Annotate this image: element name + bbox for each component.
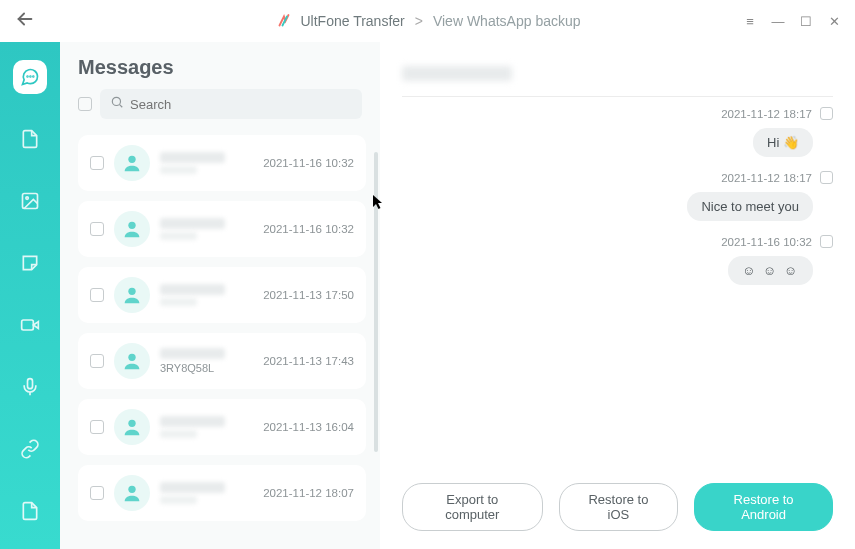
conversation-list-panel: Messages 2021-11-16 10:32 [60,42,380,549]
avatar-icon [114,277,150,313]
conversation-time: 2021-11-13 16:04 [263,421,354,433]
conversation-time: 2021-11-13 17:50 [263,289,354,301]
conversation-time: 2021-11-16 10:32 [263,157,354,169]
app-name: UltFone Transfer [300,13,404,29]
message-meta-row: 2021-11-12 18:17 [402,171,833,184]
close-button[interactable]: ✕ [827,14,841,29]
svg-point-4 [26,197,28,200]
conversation-item[interactable]: 2021-11-13 17:50 [78,267,366,323]
conversation-subtext [160,298,197,306]
conversation-item[interactable]: 2021-11-16 10:32 [78,201,366,257]
list-scrollbar[interactable] [374,152,378,452]
conversation-name [160,218,225,229]
chat-divider [402,96,833,97]
search-box[interactable] [100,89,362,119]
conversation-item[interactable]: 3RY8Q58L 2021-11-13 17:43 [78,333,366,389]
conversation-time: 2021-11-16 10:32 [263,223,354,235]
conversation-meta [160,284,253,306]
svg-point-11 [128,156,135,163]
svg-point-0 [27,76,28,77]
conversation-checkbox[interactable] [90,354,104,368]
avatar-icon [114,343,150,379]
nav-document-icon[interactable] [13,122,47,156]
nav-chat-icon[interactable] [13,60,47,94]
conversation-list: 2021-11-16 10:32 2021-11-16 10:32 2021-1… [78,135,366,521]
conversation-item[interactable]: 2021-11-12 18:07 [78,465,366,521]
conversation-checkbox[interactable] [90,288,104,302]
conversation-checkbox[interactable] [90,222,104,236]
message-bubble-row: Nice to meet you [402,192,833,221]
svg-point-15 [128,420,135,427]
conversation-subtext [160,430,197,438]
svg-point-13 [128,288,135,295]
conversation-time: 2021-11-13 17:43 [263,355,354,367]
svg-point-9 [112,97,120,105]
conversation-name [160,348,225,359]
minimize-button[interactable]: — [771,14,785,29]
message-time: 2021-11-16 10:32 [721,236,812,248]
nav-link-icon[interactable] [13,432,47,466]
message-time: 2021-11-12 18:17 [721,172,812,184]
maximize-button[interactable]: ☐ [799,14,813,29]
nav-video-icon[interactable] [13,308,47,342]
back-button[interactable] [14,8,36,35]
message-bubble: ☺ ☺ ☺ [728,256,813,285]
restore-android-button[interactable]: Restore to Android [694,483,833,531]
svg-rect-7 [28,379,33,389]
conversation-checkbox[interactable] [90,420,104,434]
menu-button[interactable]: ≡ [743,14,757,29]
breadcrumb-current: View WhatsApp backup [433,13,581,29]
action-bar: Export to computer Restore to iOS Restor… [402,469,833,535]
message-bubble-row: ☺ ☺ ☺ [402,256,833,285]
svg-point-14 [128,354,135,361]
conversation-item[interactable]: 2021-11-13 16:04 [78,399,366,455]
message-meta-row: 2021-11-16 10:32 [402,235,833,248]
conversation-name [160,152,225,163]
avatar-icon [114,211,150,247]
message-bubble-row: Hi 👋 [402,128,833,157]
export-button[interactable]: Export to computer [402,483,543,531]
nav-image-icon[interactable] [13,184,47,218]
message-checkbox[interactable] [820,235,833,248]
svg-point-1 [30,76,31,77]
search-icon [110,95,124,113]
conversation-checkbox[interactable] [90,156,104,170]
message-time: 2021-11-12 18:17 [721,108,812,120]
conversation-time: 2021-11-12 18:07 [263,487,354,499]
conversation-subtext: 3RY8Q58L [160,362,253,374]
chat-header [402,56,833,90]
svg-point-2 [33,76,34,77]
window-controls: ≡ — ☐ ✕ [743,14,841,29]
svg-rect-5 [22,320,34,330]
svg-line-10 [120,105,123,108]
titlebar: UltFone Transfer > View WhatsApp backup … [0,0,855,42]
conversation-name [160,482,225,493]
conversation-meta [160,416,253,438]
avatar-icon [114,145,150,181]
conversation-item[interactable]: 2021-11-16 10:32 [78,135,366,191]
nav-sticker-icon[interactable] [13,246,47,280]
chat-body: 2021-11-12 18:17 Hi 👋 2021-11-12 18:17 N… [402,107,833,469]
conversation-subtext [160,232,197,240]
conversation-name [160,416,225,427]
chat-contact-name [402,66,512,81]
conversation-name [160,284,225,295]
avatar-icon [114,475,150,511]
svg-point-16 [128,486,135,493]
conversation-meta [160,152,253,174]
message-checkbox[interactable] [820,171,833,184]
nav-voice-icon[interactable] [13,370,47,404]
svg-point-12 [128,222,135,229]
conversation-subtext [160,166,197,174]
select-all-checkbox[interactable] [78,97,92,111]
breadcrumb: UltFone Transfer > View WhatsApp backup [274,12,580,30]
list-heading: Messages [78,56,366,79]
breadcrumb-separator: > [415,13,423,29]
conversation-checkbox[interactable] [90,486,104,500]
search-input[interactable] [130,97,352,112]
restore-ios-button[interactable]: Restore to iOS [559,483,679,531]
conversation-subtext [160,496,197,504]
nav-file-icon[interactable] [13,494,47,528]
message-checkbox[interactable] [820,107,833,120]
app-logo-icon [274,12,292,30]
